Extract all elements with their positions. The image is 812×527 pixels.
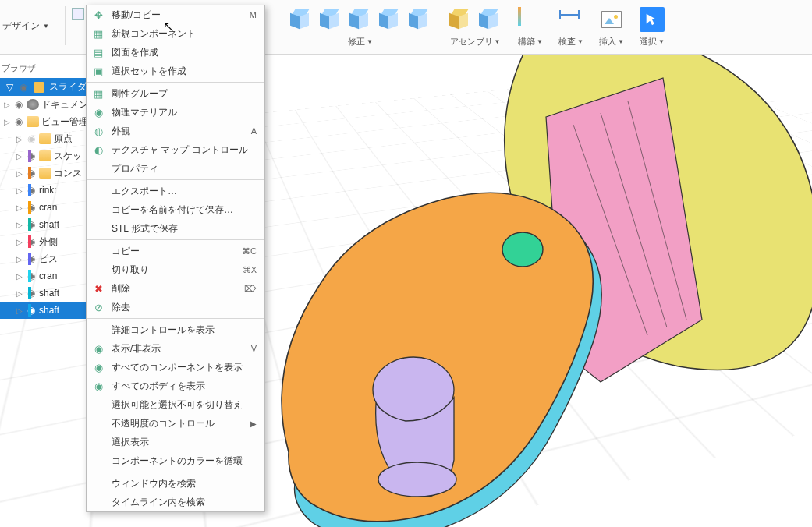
svg-point-3 bbox=[502, 232, 543, 267]
menu-item[interactable]: ウィンドウ内を検索 bbox=[87, 474, 264, 493]
menu-item[interactable]: プロパティ bbox=[87, 159, 264, 178]
tree-item[interactable]: ▷◉ピス bbox=[0, 250, 100, 267]
chevron-right-icon[interactable]: ▷ bbox=[16, 255, 23, 264]
menu-item[interactable]: 選択表示 bbox=[87, 433, 264, 451]
collapse-icon[interactable]: ▽ bbox=[6, 82, 13, 93]
select-icon[interactable] bbox=[640, 7, 665, 32]
tree-item[interactable]: ▷◉コンス bbox=[0, 164, 100, 182]
menu-item[interactable]: ⊘除去 bbox=[87, 298, 264, 317]
chevron-right-icon[interactable]: ▷ bbox=[16, 221, 23, 229]
delete-icon: ✖ bbox=[91, 281, 105, 295]
workspace-dropdown[interactable]: デザイン ▼ bbox=[2, 19, 49, 33]
insert-image-icon[interactable] bbox=[601, 11, 622, 28]
menu-item-label: プロパティ bbox=[112, 162, 257, 175]
menu-item[interactable]: ▣選択セットを作成 bbox=[87, 62, 264, 80]
assembly-icon-1[interactable] bbox=[448, 7, 473, 32]
chevron-right-icon[interactable]: ▷ bbox=[16, 152, 23, 161]
menu-item[interactable]: ◐テクスチャ マップ コントロール bbox=[87, 140, 264, 159]
chevron-right-icon[interactable]: ▷ bbox=[16, 238, 23, 246]
root-label: スライダ bbox=[49, 80, 87, 94]
workspace-label: デザイン bbox=[2, 19, 40, 33]
chevron-right-icon[interactable]: ▷ bbox=[16, 306, 23, 315]
menu-item[interactable]: コピー⌘C bbox=[87, 242, 264, 260]
fold-icon bbox=[39, 150, 51, 161]
construct-icon-1[interactable] bbox=[518, 7, 543, 32]
chevron-right-icon[interactable]: ▷ bbox=[3, 118, 11, 126]
chevron-right-icon[interactable]: ▷ bbox=[16, 135, 23, 143]
chevron-right-icon[interactable]: ▷ bbox=[3, 101, 11, 109]
menu-item[interactable]: コピーを名前を付けて保存… bbox=[87, 200, 264, 219]
tree-item[interactable]: ▷◉shaft bbox=[0, 216, 100, 233]
menu-item[interactable]: ◉表示/非表示V bbox=[87, 339, 264, 358]
color-bar bbox=[28, 184, 31, 196]
toolgroup-inspect-label[interactable]: 検査▼ bbox=[558, 36, 583, 48]
cube-icon bbox=[2, 286, 14, 297]
menu-item[interactable]: エクスポート… bbox=[87, 182, 264, 200]
chevron-down-icon: ▼ bbox=[43, 23, 49, 30]
tree-item[interactable]: ▷◉rink: bbox=[0, 182, 100, 199]
menu-item[interactable]: 不透明度のコントロール▶ bbox=[87, 414, 264, 433]
eye-icon[interactable]: ◉ bbox=[26, 133, 37, 144]
tree-item[interactable]: ▷◉ドキュメン bbox=[0, 96, 100, 113]
menu-item[interactable]: 選択可能と選択不可を切り替え bbox=[87, 395, 264, 414]
tree-item[interactable]: ▷◉原点 bbox=[0, 130, 100, 147]
toolgroup-select-label[interactable]: 選択▼ bbox=[640, 36, 665, 48]
chevron-right-icon[interactable]: ▷ bbox=[16, 289, 23, 298]
menu-item[interactable]: ◍外観A bbox=[87, 122, 264, 140]
menu-shortcut: M bbox=[250, 10, 257, 19]
menu-item[interactable]: ✥移動/コピーM bbox=[87, 5, 264, 24]
modify-icon-5[interactable] bbox=[407, 7, 432, 32]
browser-panel-title: ブラウザ bbox=[2, 62, 36, 74]
eye-icon[interactable]: ◉ bbox=[18, 82, 29, 93]
cube-icon bbox=[2, 218, 14, 228]
menu-item[interactable]: ✖削除⌦ bbox=[87, 279, 264, 298]
menu-item-label: コンポーネントのカラーを循環 bbox=[112, 454, 257, 468]
menu-item-label: すべてのコンポーネントを表示 bbox=[112, 361, 257, 374]
menu-item[interactable]: 詳細コントロールを表示 bbox=[87, 320, 264, 339]
assembly-icon-2[interactable] bbox=[477, 7, 502, 32]
tree-item[interactable]: ▷◉cran bbox=[0, 199, 100, 216]
menu-item[interactable]: コンポーネントのカラーを循環 bbox=[87, 451, 264, 470]
menu-item[interactable]: ◉物理マテリアル bbox=[87, 103, 264, 122]
menu-item[interactable]: ▤図面を作成 bbox=[87, 43, 264, 62]
appearance-icon: ◍ bbox=[91, 124, 105, 138]
tree-item[interactable]: ▷◉ビュー管理 bbox=[0, 113, 100, 130]
menu-shortcut: V bbox=[251, 344, 257, 353]
chevron-right-icon[interactable]: ▷ bbox=[16, 203, 23, 212]
toolgroup-construct-label[interactable]: 構築▼ bbox=[518, 36, 543, 48]
toolgroup-modify-label[interactable]: 修正▼ bbox=[348, 36, 373, 48]
eye-icon[interactable]: ◉ bbox=[13, 116, 24, 127]
menu-item[interactable]: ▦新規コンポーネント bbox=[87, 24, 264, 43]
menu-item[interactable]: ◉すべてのボディを表示 bbox=[87, 377, 264, 395]
eye-icon[interactable]: ◉ bbox=[13, 99, 24, 110]
tree-item[interactable]: ▷◉shaft bbox=[0, 285, 100, 302]
menu-item[interactable]: STL 形式で保存 bbox=[87, 219, 264, 238]
tree-item[interactable]: ▷◉スケッ bbox=[0, 147, 100, 164]
chevron-right-icon[interactable]: ▷ bbox=[16, 272, 23, 281]
tree-item[interactable]: ▷◉外側 bbox=[0, 233, 100, 250]
modify-icon-2[interactable] bbox=[318, 7, 343, 32]
tree-root[interactable]: ▽ ◉ スライダ bbox=[0, 78, 100, 96]
modify-icon-1[interactable] bbox=[289, 7, 314, 32]
menu-item[interactable]: 切り取り⌘X bbox=[87, 260, 264, 279]
chevron-right-icon[interactable]: ▷ bbox=[16, 186, 23, 195]
tree-item[interactable]: ▷◉cran bbox=[0, 267, 100, 285]
toolgroup-insert-label[interactable]: 挿入▼ bbox=[599, 36, 624, 48]
menu-item[interactable]: ◉すべてのコンポーネントを表示 bbox=[87, 358, 264, 377]
svg-point-5 bbox=[378, 462, 456, 497]
quick-icon-1[interactable] bbox=[72, 8, 84, 20]
tree-item[interactable]: ▷◉shaft bbox=[0, 302, 100, 319]
menu-item-label: 除去 bbox=[112, 301, 257, 314]
chevron-right-icon[interactable]: ▷ bbox=[16, 169, 23, 178]
toolgroup-assembly-label[interactable]: アセンブリ▼ bbox=[450, 36, 501, 48]
inspect-icon-1[interactable] bbox=[558, 7, 583, 32]
menu-item[interactable]: タイムライン内を検索 bbox=[87, 493, 264, 511]
toolgroup-insert: 挿入▼ bbox=[591, 5, 632, 48]
modify-icon-3[interactable] bbox=[348, 7, 373, 32]
remove-icon: ⊘ bbox=[91, 300, 105, 314]
menu-item-label: 外観 bbox=[112, 125, 245, 138]
tree-item-label: 外側 bbox=[39, 235, 58, 249]
modify-icon-4[interactable] bbox=[378, 7, 402, 32]
tree-item-label: cran bbox=[39, 271, 57, 281]
menu-item[interactable]: ▦剛性グループ bbox=[87, 84, 264, 103]
